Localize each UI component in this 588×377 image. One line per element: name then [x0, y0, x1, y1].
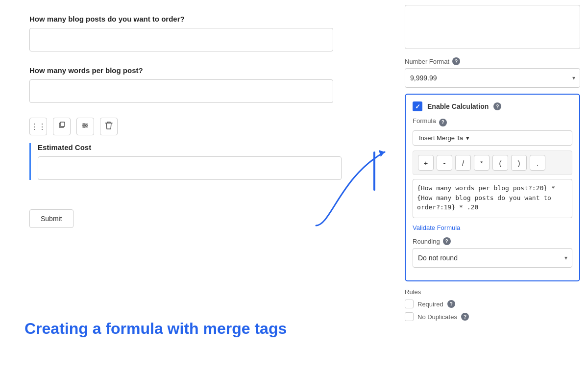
- delete-icon: [105, 121, 113, 132]
- required-row: Required ?: [405, 300, 580, 308]
- caption-text: Creating a formula with merge tags: [24, 319, 287, 338]
- op-minus[interactable]: -: [437, 155, 452, 171]
- merge-tag-button[interactable]: Insert Merge Ta ▾: [413, 130, 572, 146]
- enable-calc-help-icon[interactable]: ?: [493, 102, 501, 110]
- rounding-select[interactable]: Do not round Round to nearest integer Ro…: [413, 248, 572, 268]
- formula-help-icon[interactable]: ?: [439, 119, 447, 126]
- merge-tag-label: Insert Merge Ta: [419, 134, 463, 142]
- validate-formula-link[interactable]: Validate Formula: [413, 224, 460, 231]
- enable-calc-row: Enable Calculation ?: [413, 101, 572, 111]
- no-duplicates-checkbox[interactable]: [405, 312, 414, 321]
- svg-point-5: [83, 124, 85, 125]
- left-panel: How many blog posts do you want to order…: [0, 0, 397, 377]
- top-textarea[interactable]: [405, 5, 580, 49]
- number-format-label: Number Format: [405, 58, 449, 65]
- op-multiply[interactable]: *: [474, 155, 490, 171]
- svg-point-6: [86, 125, 87, 126]
- estimated-cost-wrapper: [38, 156, 377, 180]
- submit-button[interactable]: Submit: [29, 209, 74, 228]
- settings-icon: [81, 122, 89, 131]
- delete-button[interactable]: [100, 118, 118, 135]
- required-checkbox[interactable]: [405, 300, 414, 308]
- op-dot[interactable]: .: [530, 155, 545, 171]
- question1-section: How many blog posts do you want to order…: [29, 15, 377, 51]
- settings-button[interactable]: [76, 118, 94, 135]
- rounding-label: Rounding: [413, 238, 440, 245]
- rounding-help-icon[interactable]: ?: [443, 237, 451, 245]
- question1-input[interactable]: [29, 28, 333, 51]
- required-label: Required: [417, 301, 443, 308]
- estimated-cost-input[interactable]: [38, 156, 342, 180]
- no-duplicates-row: No Duplicates ?: [405, 312, 580, 321]
- merge-tag-chevron: ▾: [466, 134, 469, 142]
- formula-label-row: Formula ?: [413, 117, 572, 127]
- move-icon: ⋮⋮: [30, 122, 46, 131]
- estimated-cost-label: Estimated Cost: [38, 143, 377, 151]
- no-duplicates-label: No Duplicates: [417, 313, 457, 321]
- op-open-paren[interactable]: (: [492, 155, 508, 171]
- question2-label: How many words per blog post?: [29, 66, 377, 75]
- number-format-help-icon[interactable]: ?: [452, 57, 460, 65]
- estimated-cost-section: Estimated Cost: [29, 143, 377, 180]
- operators-row: + - / * ( ) .: [413, 151, 572, 175]
- move-button[interactable]: ⋮⋮: [29, 118, 47, 135]
- formula-textarea[interactable]: [413, 179, 572, 218]
- op-plus[interactable]: +: [418, 155, 434, 171]
- enable-calc-checkbox[interactable]: [413, 101, 422, 111]
- required-help-icon[interactable]: ?: [447, 300, 455, 308]
- vertical-line: [373, 151, 375, 191]
- op-divide[interactable]: /: [455, 155, 471, 171]
- number-format-select-wrapper: 9,999.99 9999.99 9.999,99 ▾: [405, 68, 580, 88]
- duplicate-button[interactable]: [53, 118, 71, 135]
- svg-marker-8: [379, 150, 385, 157]
- svg-rect-1: [60, 122, 65, 126]
- number-format-select[interactable]: 9,999.99 9999.99 9.999,99: [405, 68, 580, 88]
- question2-input[interactable]: [29, 79, 333, 103]
- rules-section: Rules Required ? No Duplicates ?: [405, 288, 580, 321]
- question2-section: How many words per blog post?: [29, 66, 377, 103]
- rounding-label-row: Rounding ?: [413, 237, 572, 245]
- no-duplicates-help-icon[interactable]: ?: [461, 313, 469, 321]
- formula-label: Formula: [413, 117, 436, 125]
- rules-label: Rules: [405, 288, 580, 296]
- op-close-paren[interactable]: ): [511, 155, 527, 171]
- right-panel: Number Format ? 9,999.99 9999.99 9.999,9…: [397, 0, 588, 377]
- calculation-panel: Enable Calculation ? Formula ? Insert Me…: [405, 94, 580, 281]
- duplicate-icon: [58, 122, 66, 131]
- rounding-select-wrapper: Do not round Round to nearest integer Ro…: [413, 248, 572, 268]
- enable-calc-label: Enable Calculation: [427, 102, 489, 110]
- question1-label: How many blog posts do you want to order…: [29, 15, 377, 23]
- number-format-row: Number Format ?: [405, 57, 580, 65]
- toolbar-row: ⋮⋮: [29, 118, 377, 135]
- svg-point-7: [84, 126, 85, 128]
